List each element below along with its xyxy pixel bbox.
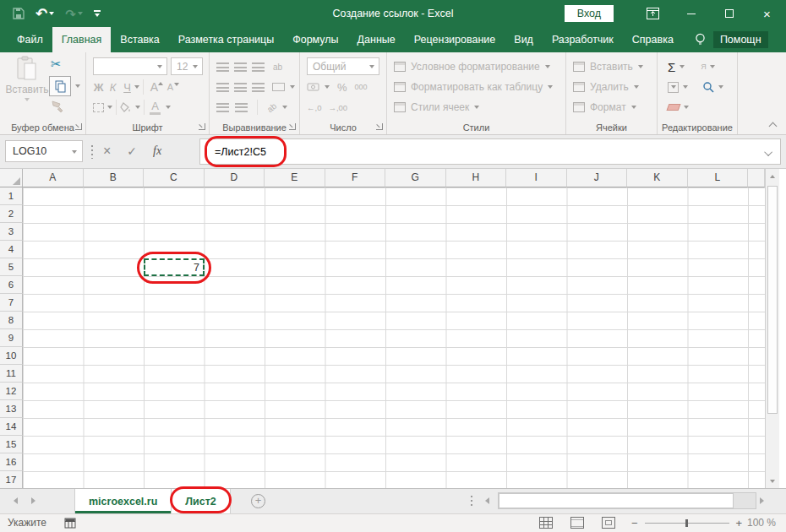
hscroll-left-icon[interactable] [485, 497, 489, 504]
row-header-15[interactable]: 15 [0, 436, 23, 453]
close-button[interactable]: × [748, 0, 786, 27]
hscroll-right-icon[interactable] [760, 497, 764, 504]
zoom-level[interactable]: 100 % [747, 517, 776, 529]
customize-qat-button[interactable] [94, 10, 101, 17]
column-header-C[interactable]: C [144, 169, 205, 187]
group-number-label: Число [300, 122, 386, 133]
row-header-11[interactable]: 11 [0, 365, 23, 383]
cells-area[interactable] [23, 187, 765, 488]
column-header-I[interactable]: I [506, 169, 567, 187]
tab-formulas[interactable]: Формулы [283, 27, 347, 52]
horizontal-scroll-thumb[interactable] [499, 493, 734, 508]
scroll-up-icon[interactable] [770, 175, 775, 178]
lightbulb-icon [695, 33, 706, 47]
column-header-L[interactable]: L [688, 169, 749, 187]
name-box-dropdown-icon[interactable] [72, 150, 77, 154]
tab-data[interactable]: Данные [348, 27, 405, 52]
column-header-G[interactable]: G [385, 169, 446, 187]
tab-scrollbar-divider[interactable] [471, 496, 472, 508]
column-header-partial[interactable] [748, 169, 765, 187]
copied-cell-C5[interactable]: 7 [144, 258, 205, 276]
name-box[interactable]: LOG10 [5, 140, 83, 162]
column-header-F[interactable]: F [325, 169, 386, 187]
sheet-tab-microexcel[interactable]: microexcel.ru [74, 489, 172, 513]
maximize-button[interactable] [710, 0, 748, 27]
scroll-down-icon[interactable] [770, 480, 775, 483]
undo-dropdown-icon[interactable] [49, 12, 54, 15]
expand-formula-bar-icon[interactable] [764, 148, 772, 156]
insert-function-icon[interactable]: fx [153, 144, 161, 158]
collapse-ribbon-icon[interactable] [769, 122, 778, 131]
row-header-1[interactable]: 1 [0, 187, 23, 205]
row-header-17[interactable]: 17 [0, 471, 23, 489]
autosum-icon[interactable]: Σ [668, 60, 675, 74]
zoom-slider[interactable] [645, 523, 729, 524]
clipboard-dialog-launcher[interactable] [75, 123, 82, 130]
sign-in-button[interactable]: Вход [565, 5, 614, 22]
zoom-slider-thumb[interactable] [685, 519, 688, 527]
row-header-16[interactable]: 16 [0, 453, 23, 471]
save-icon[interactable] [13, 8, 25, 19]
column-header-D[interactable]: D [205, 169, 265, 187]
zoom-out-button[interactable]: − [631, 517, 638, 529]
previous-sheet-icon[interactable] [14, 497, 18, 504]
copy-button[interactable] [49, 76, 71, 96]
column-header-E[interactable]: E [265, 169, 325, 187]
alignment-dialog-launcher[interactable] [289, 123, 296, 130]
sheet-tab-list2[interactable]: Лист2 [172, 489, 230, 513]
tab-insert[interactable]: Вставка [111, 27, 168, 52]
ribbon-display-options-button[interactable] [634, 0, 672, 27]
minimize-button[interactable] [672, 0, 710, 27]
find-select-dropdown-icon[interactable] [718, 85, 723, 89]
cancel-icon[interactable]: × [103, 144, 111, 159]
undo-button[interactable]: ↶ [35, 7, 54, 21]
tab-developer[interactable]: Разработчик [543, 27, 623, 52]
row-header-2[interactable]: 2 [0, 205, 23, 223]
horizontal-scrollbar[interactable] [498, 492, 756, 509]
tell-me-input[interactable]: Помощн [713, 31, 768, 48]
new-sheet-button[interactable]: + [251, 494, 265, 508]
tab-page-layout[interactable]: Разметка страницы [169, 27, 283, 52]
number-dialog-launcher[interactable] [376, 123, 383, 130]
tab-review[interactable]: Рецензирование [405, 27, 505, 52]
row-header-9[interactable]: 9 [0, 329, 23, 347]
row-header-8[interactable]: 8 [0, 312, 23, 329]
vertical-scrollbar[interactable] [765, 169, 779, 488]
row-header-5[interactable]: 5 [0, 258, 23, 276]
row-header-7[interactable]: 7 [0, 294, 23, 312]
copy-dropdown-icon[interactable] [75, 84, 80, 88]
row-header-6[interactable]: 6 [0, 276, 23, 294]
tab-help[interactable]: Справка [623, 27, 683, 52]
autosum-dropdown-icon[interactable] [680, 65, 685, 68]
tell-me-area[interactable]: Помощн [695, 27, 768, 52]
enter-icon[interactable]: ✓ [127, 144, 137, 158]
page-break-view-button[interactable] [602, 517, 615, 529]
clear-dropdown-icon[interactable] [684, 106, 689, 109]
column-header-B[interactable]: B [84, 169, 145, 187]
clear-icon[interactable] [667, 104, 681, 111]
conditional-formatting-label: Условное форматирование [411, 61, 540, 73]
find-select-icon[interactable] [702, 81, 714, 93]
tab-file[interactable]: Файл [8, 27, 52, 52]
macro-record-icon[interactable] [64, 518, 76, 531]
normal-view-button[interactable] [539, 517, 553, 529]
row-header-14[interactable]: 14 [0, 418, 23, 436]
row-header-3[interactable]: 3 [0, 223, 23, 241]
vertical-scroll-thumb[interactable] [767, 186, 778, 414]
select-all-button[interactable] [0, 169, 23, 187]
column-header-J[interactable]: J [567, 169, 628, 187]
page-layout-view-button[interactable] [570, 517, 584, 529]
tab-home[interactable]: Главная [52, 27, 112, 52]
next-sheet-icon[interactable] [31, 497, 35, 504]
column-header-H[interactable]: H [446, 169, 507, 187]
formula-input[interactable]: =Лист2!C5 [199, 138, 781, 165]
row-header-10[interactable]: 10 [0, 347, 23, 365]
column-header-A[interactable]: A [23, 169, 84, 187]
row-header-12[interactable]: 12 [0, 383, 23, 400]
zoom-in-button[interactable]: + [736, 517, 743, 529]
column-header-K[interactable]: K [627, 169, 688, 187]
row-header-13[interactable]: 13 [0, 400, 23, 418]
tab-view[interactable]: Вид [505, 27, 543, 52]
row-header-4[interactable]: 4 [0, 241, 23, 258]
font-dialog-launcher[interactable] [199, 123, 205, 130]
